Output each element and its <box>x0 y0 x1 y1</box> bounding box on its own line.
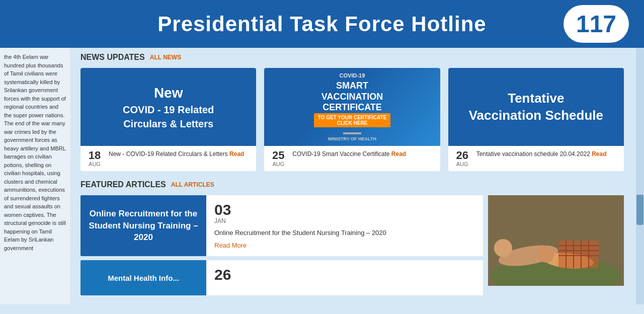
header-title: Presidential Task Force Hotline <box>80 12 564 36</box>
covid-cert-inner: COVID-19 SMARTVACCINATIONCERTIFICATE TO … <box>269 73 435 141</box>
hotline-number: 117 <box>564 5 629 43</box>
covid-cert-sub: SMARTVACCINATIONCERTIFICATE <box>321 81 383 113</box>
covid-cert-footer: MINISTRY OF HEALTH <box>328 136 376 141</box>
news-section-header: NEWS UPDATES ALL NEWS <box>80 53 624 62</box>
featured-card-1: Online Recruitment for the Student Nursi… <box>80 195 483 256</box>
covid-cert-badge: TO GET YOUR CERTIFICATECLICK HERE <box>314 113 391 127</box>
qr-code <box>343 132 361 134</box>
featured-right-image <box>488 195 624 286</box>
news-card-3-date-num: 26 <box>453 150 471 161</box>
featured-card-2-banner: Mental Health Info... <box>80 260 206 295</box>
news-card-1-image: New COVID - 19 RelatedCirculars & Letter… <box>80 68 256 146</box>
news-card-2-date-num: 25 <box>269 150 287 161</box>
card1-new-text: New <box>123 83 214 103</box>
featured-card-1-desc: Online Recruitment for the Student Nursi… <box>214 228 475 238</box>
svg-point-3 <box>494 239 512 257</box>
news-card-2-image: COVID-19 SMARTVACCINATIONCERTIFICATE TO … <box>264 68 440 146</box>
featured-card-2-banner-text: Mental Health Info... <box>108 273 179 283</box>
featured-card-1-readmore[interactable]: Read More <box>214 242 247 249</box>
news-card-2-desc: COVID-19 Smart Vaccine Certificate Read <box>292 150 406 159</box>
news-card-3-desc: Tentative vaccination schedule 20.04.202… <box>476 150 607 159</box>
featured-articles-list: Online Recruitment for the Student Nursi… <box>80 195 483 299</box>
featured-card-1-content: 03 JAN Online Recruitment for the Studen… <box>206 195 483 256</box>
featured-card-2: Mental Health Info... 26 <box>80 260 483 295</box>
featured-section-title: FEATURED ARTICLES <box>80 180 166 189</box>
news-card-1-date: 18 AUG <box>86 150 104 167</box>
news-card-2-meta: 25 AUG COVID-19 Smart Vaccine Certificat… <box>264 146 440 171</box>
news-card-1-date-num: 18 <box>86 150 104 161</box>
news-card-2: COVID-19 SMARTVACCINATIONCERTIFICATE TO … <box>264 68 440 171</box>
news-card-1-read-link[interactable]: Read <box>229 150 244 158</box>
card1-body-text: COVID - 19 RelatedCirculars & Letters <box>123 104 214 129</box>
news-card-3-image: TentativeVaccination Schedule <box>448 68 624 146</box>
news-grid: New COVID - 19 RelatedCirculars & Letter… <box>80 68 624 171</box>
news-card-1: New COVID - 19 RelatedCirculars & Letter… <box>80 68 256 171</box>
svg-point-5 <box>538 247 554 263</box>
page-body: the 4th Eelam war hundred plus thousands… <box>0 48 644 304</box>
news-card-3-meta: 26 AUG Tentative vaccination schedule 20… <box>448 146 624 171</box>
news-card-3-read-link[interactable]: Read <box>592 150 606 158</box>
news-card-1-desc: New - COVID-19 Related Circulars & Lette… <box>109 150 244 159</box>
news-section-title: NEWS UPDATES <box>80 53 145 62</box>
featured-grid: Online Recruitment for the Student Nursi… <box>80 195 624 299</box>
featured-card-1-date-num: 03 <box>214 202 475 217</box>
featured-image-svg <box>488 195 624 286</box>
featured-card-1-date-month: JAN <box>214 217 475 224</box>
featured-card-2-date-num: 26 <box>214 267 475 282</box>
news-card-1-date-month: AUG <box>86 161 104 167</box>
news-card-1-meta: 18 AUG New - COVID-19 Related Circulars … <box>80 146 256 171</box>
sidebar: the 4th Eelam war hundred plus thousands… <box>0 48 70 304</box>
sidebar-text: the 4th Eelam war hundred plus thousands… <box>4 53 66 252</box>
card3-text: TentativeVaccination Schedule <box>469 90 603 124</box>
news-card-3-date: 26 AUG <box>453 150 471 167</box>
featured-card-2-content: 26 <box>206 260 483 295</box>
featured-card-1-banner: Online Recruitment for the Student Nursi… <box>80 195 206 256</box>
news-card-2-date-month: AUG <box>269 161 287 167</box>
news-card-3: TentativeVaccination Schedule 26 AUG Ten… <box>448 68 624 171</box>
header: Presidential Task Force Hotline 117 <box>0 0 644 48</box>
featured-section: FEATURED ARTICLES ALL ARTICLES Online Re… <box>80 180 624 299</box>
news-card-3-date-month: AUG <box>453 161 471 167</box>
main-content: NEWS UPDATES ALL NEWS New COVID - 19 Rel… <box>70 48 634 304</box>
featured-all-link[interactable]: ALL ARTICLES <box>171 181 214 188</box>
news-card-2-read-link[interactable]: Read <box>391 150 406 158</box>
scrollbar-track[interactable] <box>636 48 644 304</box>
covid-cert-title: COVID-19 <box>340 72 365 78</box>
scrollbar-thumb[interactable] <box>636 195 643 225</box>
featured-section-header: FEATURED ARTICLES ALL ARTICLES <box>80 180 624 189</box>
news-all-link[interactable]: ALL NEWS <box>150 54 181 61</box>
svg-rect-6 <box>558 241 599 268</box>
featured-right-image-container <box>488 195 624 299</box>
news-card-2-date: 25 AUG <box>269 150 287 167</box>
